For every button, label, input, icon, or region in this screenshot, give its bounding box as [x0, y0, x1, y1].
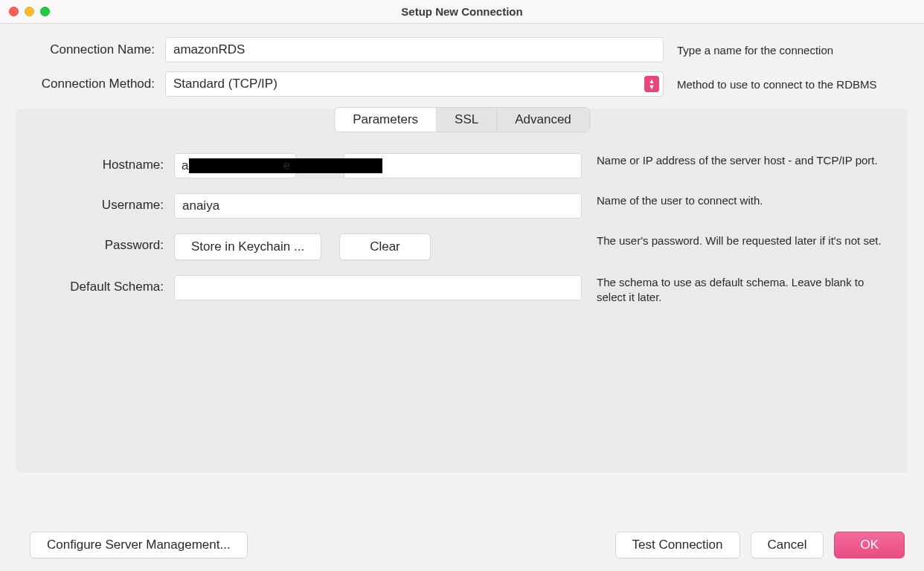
tab-bar: Parameters SSL Advanced: [334, 107, 590, 132]
username-label: Username:: [36, 193, 174, 213]
connection-name-label: Connection Name:: [16, 42, 165, 57]
parameters-panel: Parameters SSL Advanced Hostname: a e Po…: [16, 109, 908, 473]
ok-button[interactable]: OK: [834, 532, 905, 558]
window-title: Setup New Connection: [0, 5, 924, 18]
connection-name-row: Connection Name: Type a name for the con…: [16, 37, 908, 62]
hostname-row: Hostname: a e Port: Name or IP address o…: [36, 153, 888, 178]
username-input[interactable]: [174, 193, 582, 219]
hostname-label: Hostname:: [36, 153, 174, 172]
footer: Configure Server Management... Test Conn…: [0, 519, 924, 571]
username-row: Username: Name of the user to connect wi…: [36, 193, 888, 219]
connection-method-select[interactable]: Standard (TCP/IP): [165, 71, 664, 97]
password-label: Password:: [36, 233, 174, 253]
connection-method-row: Connection Method: Standard (TCP/IP) Met…: [16, 71, 908, 97]
test-connection-button[interactable]: Test Connection: [615, 532, 740, 558]
maximize-window-icon[interactable]: [40, 7, 50, 16]
configure-server-management-button[interactable]: Configure Server Management...: [30, 532, 248, 558]
username-hint: Name of the user to connect with.: [582, 193, 888, 208]
select-arrows-icon[interactable]: [644, 76, 659, 92]
close-window-icon[interactable]: [9, 7, 19, 16]
store-in-keychain-button[interactable]: Store in Keychain ...: [174, 233, 321, 260]
connection-name-hint: Type a name for the connection: [664, 44, 908, 57]
minimize-window-icon[interactable]: [25, 7, 34, 16]
connection-method-hint: Method to use to connect to the RDBMS: [664, 78, 908, 91]
default-schema-input[interactable]: [174, 275, 582, 300]
tab-ssl[interactable]: SSL: [437, 108, 497, 132]
password-hint: The user's password. Will be requested l…: [582, 233, 888, 248]
traffic-lights: [0, 7, 50, 16]
clear-password-button[interactable]: Clear: [339, 233, 431, 260]
default-schema-row: Default Schema: The schema to use as def…: [36, 275, 888, 306]
connection-method-label: Connection Method:: [16, 77, 165, 91]
default-schema-label: Default Schema:: [36, 275, 174, 294]
password-row: Password: Store in Keychain ... Clear Th…: [36, 233, 888, 260]
cancel-button[interactable]: Cancel: [751, 532, 824, 558]
hostname-hint: Name or IP address of the server host - …: [582, 153, 888, 168]
default-schema-hint: The schema to use as default schema. Lea…: [582, 275, 888, 306]
tab-parameters[interactable]: Parameters: [335, 108, 437, 132]
tab-advanced[interactable]: Advanced: [497, 108, 589, 132]
connection-name-input[interactable]: [165, 37, 664, 62]
titlebar: Setup New Connection: [0, 0, 924, 24]
